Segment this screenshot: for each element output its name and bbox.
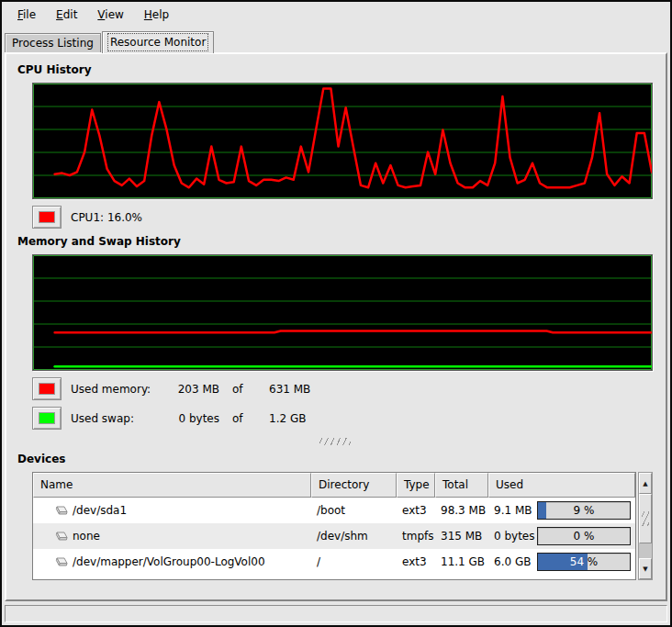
device-type: ext3 [397, 555, 435, 568]
paned-grip-icon [319, 438, 351, 445]
devices-table-header: Name Directory Type Total Used [33, 473, 635, 498]
usage-percent-label: 9 % [538, 502, 630, 519]
scrollbar-grip-icon [642, 511, 649, 526]
disk-icon [51, 505, 68, 517]
device-name: /dev/sda1 [73, 504, 127, 517]
memory-color-swatch [39, 383, 55, 395]
memory-legend: Used memory: 203 MB of 631 MB [32, 377, 656, 400]
device-directory: /boot [311, 504, 397, 517]
cpu-legend-label: CPU1: 16.0% [71, 211, 142, 224]
scrollbar-trough[interactable] [639, 543, 652, 558]
device-total: 11.1 GB [435, 555, 488, 568]
device-used: 6.0 GB [494, 555, 531, 568]
device-directory: /dev/shm [311, 530, 397, 543]
resource-monitor-page: CPU History CPU1: 16.0% Memory and Swap … [5, 52, 667, 601]
swap-used-value: 0 bytes [175, 412, 219, 425]
usage-progress-fill: 54 % [538, 554, 588, 570]
usage-progress-fill: 9 % [538, 502, 546, 519]
menu-file-rest: ile [23, 8, 36, 21]
menu-help-mnemonic: H [144, 8, 152, 21]
swap-color-button[interactable] [32, 407, 62, 430]
devices-table-wrap: Name Directory Type Total Used /dev/sd [32, 472, 653, 580]
paned-separator[interactable] [14, 436, 656, 447]
tab-process-listing[interactable]: Process Listing [5, 33, 101, 52]
statusbar [5, 605, 667, 622]
device-total: 315 MB [435, 530, 488, 543]
arrow-down-icon: ▼ [643, 565, 647, 573]
devices-table: Name Directory Type Total Used /dev/sd [32, 472, 636, 580]
swap-total-value: 1.2 GB [269, 412, 324, 425]
scroll-up-button[interactable]: ▲ [639, 473, 652, 494]
device-type: ext3 [397, 504, 435, 517]
disk-icon [51, 556, 68, 568]
column-header-type[interactable]: Type [397, 473, 435, 498]
cpu-color-swatch [39, 211, 55, 223]
memory-history-title: Memory and Swap History [17, 235, 656, 248]
swap-legend-label: Used swap: [71, 412, 162, 425]
column-header-used[interactable]: Used [488, 473, 635, 498]
memory-history-plot [33, 255, 652, 370]
tab-resource-monitor[interactable]: Resource Monitor [102, 31, 214, 53]
swap-color-swatch [39, 412, 55, 424]
device-used: 9.1 MB [494, 504, 532, 517]
menu-help[interactable]: Help [134, 4, 179, 26]
menu-view-rest: iew [105, 8, 124, 21]
table-row[interactable]: none /dev/shm tmpfs 315 MB 0 bytes 0 % 0… [33, 523, 635, 549]
usage-percent-label-inverse: 54 % [538, 554, 588, 570]
cpu-history-title: CPU History [17, 63, 656, 76]
cpu-history-plot [33, 84, 652, 198]
memory-history-graph [32, 254, 653, 371]
memory-of-label: of [232, 383, 256, 396]
cpu-legend: CPU1: 16.0% [32, 206, 656, 229]
memory-color-button[interactable] [32, 377, 62, 400]
cpu-history-graph [32, 83, 653, 199]
menu-file[interactable]: File [7, 4, 46, 26]
device-type: tmpfs [397, 530, 435, 543]
menubar: File Edit View Help [2, 2, 670, 28]
menu-view[interactable]: View [87, 4, 133, 26]
system-monitor-window: File Edit View Help Process Listing Reso… [0, 0, 672, 627]
table-row[interactable]: /dev/sda1 /boot ext3 98.3 MB 9.1 MB 9 % … [33, 498, 635, 523]
usage-percent-label-inverse: 9 % [538, 502, 546, 519]
column-header-name[interactable]: Name [33, 473, 311, 498]
memory-legend-label: Used memory: [71, 383, 162, 396]
device-used: 0 bytes [494, 530, 535, 543]
disk-icon [51, 531, 68, 543]
scroll-down-button[interactable]: ▼ [639, 558, 652, 579]
usage-percent-label: 0 % [538, 528, 630, 544]
tab-resource-monitor-label: Resource Monitor [110, 36, 206, 49]
tab-process-listing-label: Process Listing [12, 37, 94, 50]
arrow-up-icon: ▲ [643, 480, 647, 487]
device-directory: / [311, 555, 397, 568]
usage-progress-bar: 0 % 0 % [537, 527, 631, 545]
menu-edit-rest: dit [63, 8, 78, 21]
device-name: /dev/mapper/VolGroup00-LogVol00 [73, 555, 265, 568]
device-name: none [73, 530, 100, 543]
menu-help-rest: elp [152, 8, 169, 21]
column-header-directory[interactable]: Directory [311, 473, 397, 498]
usage-progress-bar: 9 % 9 % [537, 501, 631, 520]
devices-title: Devices [17, 453, 656, 465]
usage-progress-bar: 54 % 54 % [537, 553, 631, 571]
scrollbar-thumb[interactable] [639, 494, 652, 543]
devices-scrollbar[interactable]: ▲ ▼ [638, 472, 653, 580]
cpu-color-button[interactable] [32, 206, 62, 229]
column-header-total[interactable]: Total [435, 473, 488, 498]
tab-bar: Process Listing Resource Monitor [2, 28, 670, 52]
menu-edit-mnemonic: E [56, 8, 63, 21]
swap-of-label: of [232, 412, 256, 425]
device-total: 98.3 MB [435, 504, 488, 517]
swap-legend: Used swap: 0 bytes of 1.2 GB [32, 407, 656, 430]
table-row[interactable]: /dev/mapper/VolGroup00-LogVol00 / ext3 1… [33, 549, 635, 575]
memory-used-value: 203 MB [175, 383, 219, 396]
memory-total-value: 631 MB [269, 383, 324, 396]
menu-edit[interactable]: Edit [46, 4, 87, 26]
